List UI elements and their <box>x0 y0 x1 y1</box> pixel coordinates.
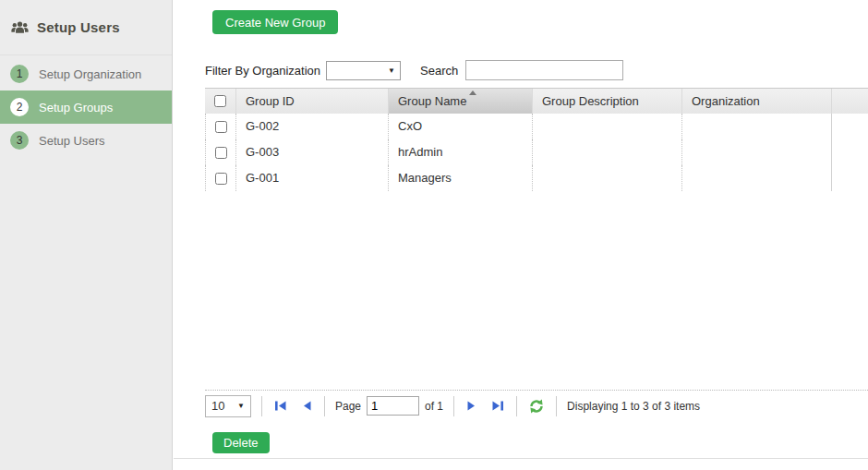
step-3-label: Setup Users <box>39 134 105 148</box>
sort-asc-icon <box>469 90 476 95</box>
page-of-label: of 1 <box>425 400 443 413</box>
sidebar: Setup Users 1 Setup Organization 2 Setup… <box>0 0 173 470</box>
refresh-button[interactable] <box>527 399 546 414</box>
column-header-organization[interactable]: Organization <box>681 89 831 114</box>
column-header-label: Group Name <box>398 94 466 108</box>
organization-cell <box>681 139 831 165</box>
row-checkbox-cell <box>205 139 235 165</box>
page-size-value: 10 <box>211 399 224 413</box>
step-2-badge: 2 <box>10 98 29 116</box>
group-description-cell <box>532 139 681 165</box>
group-name-cell: hrAdmin <box>388 139 532 165</box>
table-row[interactable]: G-001 Managers <box>205 165 868 191</box>
filter-by-organization-label: Filter By Organization <box>205 64 320 78</box>
column-header-label: Organization <box>692 94 760 108</box>
groups-table: Group ID Group Name Group Description Or… <box>205 88 868 191</box>
select-all-cell <box>205 89 235 114</box>
panel-bottom-divider <box>174 458 868 459</box>
row-checkbox[interactable] <box>215 173 227 185</box>
table-body: G-002 CxO G-003 hrAdmin G-001 Managers <box>205 114 868 191</box>
delete-button[interactable]: Delete <box>212 432 270 453</box>
step-1-label: Setup Organization <box>39 67 141 81</box>
select-all-checkbox[interactable] <box>214 95 226 107</box>
column-header-label: Group Description <box>542 94 639 108</box>
row-checkbox[interactable] <box>215 147 227 159</box>
sidebar-step-setup-organization[interactable]: 1 Setup Organization <box>0 57 172 90</box>
sidebar-step-setup-groups[interactable]: 2 Setup Groups <box>0 90 172 124</box>
empty-cell <box>831 139 868 165</box>
group-id-cell: G-001 <box>235 165 388 191</box>
previous-page-button[interactable] <box>300 400 314 412</box>
filter-row: Filter By Organization ▼ Search <box>205 60 623 80</box>
empty-cell <box>831 165 868 191</box>
row-checkbox-cell <box>205 165 235 191</box>
step-2-label: Setup Groups <box>39 101 113 114</box>
column-header-group-name[interactable]: Group Name <box>388 89 532 114</box>
sidebar-header: Setup Users <box>0 0 172 55</box>
search-input[interactable] <box>465 60 623 80</box>
page-size-select[interactable]: 10 ▼ <box>205 395 251 417</box>
next-page-icon <box>466 400 476 412</box>
pager-status-text: Displaying 1 to 3 of 3 items <box>567 400 700 413</box>
table-row[interactable]: G-003 hrAdmin <box>205 139 868 165</box>
sidebar-title: Setup Users <box>37 19 120 35</box>
chevron-down-icon: ▼ <box>237 402 245 410</box>
table-row[interactable]: G-002 CxO <box>205 114 868 139</box>
first-page-button[interactable] <box>272 400 289 412</box>
page-label: Page <box>335 400 361 413</box>
pager-separator <box>324 396 325 416</box>
group-description-cell <box>532 165 681 191</box>
group-id-cell: G-003 <box>235 139 388 165</box>
search-label: Search <box>420 64 458 78</box>
step-3-badge: 3 <box>10 131 29 150</box>
group-id-cell: G-002 <box>235 114 388 139</box>
create-new-group-button[interactable]: Create New Group <box>212 10 338 34</box>
organization-filter-select[interactable]: ▼ <box>326 61 401 80</box>
group-name-cell: Managers <box>388 165 532 191</box>
last-page-icon <box>491 400 504 412</box>
row-checkbox[interactable] <box>215 121 227 133</box>
pagination-bar: 10 ▼ Page of 1 <box>205 390 868 419</box>
pager-separator <box>453 396 454 416</box>
group-description-cell <box>532 114 681 139</box>
row-checkbox-cell <box>205 114 235 139</box>
users-icon <box>11 21 29 34</box>
table-header-row: Group ID Group Name Group Description Or… <box>205 88 868 114</box>
group-name-cell: CxO <box>388 114 532 139</box>
column-header-group-description[interactable]: Group Description <box>532 89 681 114</box>
wizard-steps: 1 Setup Organization 2 Setup Groups 3 Se… <box>0 57 172 157</box>
pager-separator <box>516 396 517 416</box>
empty-cell <box>831 114 868 139</box>
step-1-badge: 1 <box>10 65 29 83</box>
column-header-group-id[interactable]: Group ID <box>235 89 388 114</box>
refresh-icon <box>529 399 544 414</box>
previous-page-icon <box>302 400 312 412</box>
pager-separator <box>261 396 262 416</box>
next-page-button[interactable] <box>464 400 478 412</box>
chevron-down-icon: ▼ <box>388 66 395 75</box>
pager-separator <box>556 396 557 416</box>
column-header-label: Group ID <box>246 94 295 108</box>
organization-cell <box>681 165 831 191</box>
organization-cell <box>681 114 831 139</box>
first-page-icon <box>274 400 287 412</box>
page-number-input[interactable] <box>367 396 419 416</box>
sidebar-step-setup-users[interactable]: 3 Setup Users <box>0 124 172 157</box>
main-panel: Create New Group Filter By Organization … <box>174 0 868 470</box>
column-header-empty <box>831 89 868 114</box>
last-page-button[interactable] <box>489 400 506 412</box>
